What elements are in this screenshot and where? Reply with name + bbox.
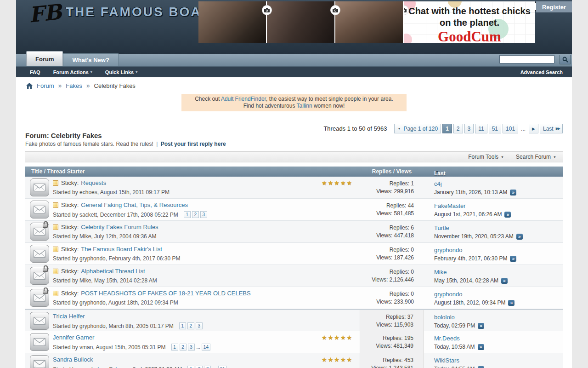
thread-page-button-1[interactable]: 1 bbox=[179, 322, 186, 329]
replies-count: Replies: 0 bbox=[360, 246, 414, 254]
tab-what-s-new-[interactable]: What's New? bbox=[63, 53, 118, 66]
search-forum-menu[interactable]: Search Forum▼ bbox=[516, 154, 556, 160]
notice-link-city[interactable]: Tallinn bbox=[297, 103, 312, 109]
thread-title-link[interactable]: The Famous Board Fakir's List bbox=[81, 246, 162, 253]
replies-count: Replies: 6 bbox=[360, 224, 414, 232]
breadcrumb-separator-icon: » bbox=[58, 82, 62, 89]
next-page-button[interactable]: ▶ bbox=[529, 124, 538, 133]
thread-page-button-1[interactable]: 1 bbox=[184, 211, 191, 218]
subnav-link-faq[interactable]: FAQ bbox=[30, 69, 40, 75]
replies-views-cell: Replies: 44 Views: 581,485 bbox=[360, 199, 424, 220]
tab-forum[interactable]: Forum bbox=[26, 51, 63, 66]
go-to-last-post-icon[interactable]: » bbox=[478, 344, 484, 350]
thread-title-cell: Sticky: Alphabetical Thread List Started… bbox=[53, 268, 342, 284]
last-post-date: Today, 02:59 PM bbox=[434, 322, 475, 329]
thread-page-button-3[interactable]: 3 bbox=[188, 344, 195, 351]
last-post-user-link[interactable]: WikiStars bbox=[434, 357, 459, 364]
forum-tools-menu[interactable]: Forum Tools▼ bbox=[468, 154, 504, 160]
go-to-last-post-icon[interactable]: » bbox=[501, 278, 508, 284]
thread-page-button-3[interactable]: 3 bbox=[204, 366, 211, 368]
thread-title-link[interactable]: Tricia Helfer bbox=[53, 313, 85, 320]
ad-brand-logo[interactable]: GoodCum bbox=[404, 29, 535, 43]
rating-stars-icon: ★★★★★ bbox=[322, 334, 353, 341]
ad-banner[interactable]: Chat with the hottest chicks on the plan… bbox=[198, 1, 535, 43]
go-to-last-post-icon[interactable]: » bbox=[478, 366, 484, 368]
last-post-user-link[interactable]: Mr.Deeds bbox=[434, 335, 460, 342]
thread-title-link[interactable]: Requests bbox=[81, 179, 106, 186]
rating-stars-icon: ★★★★★ bbox=[322, 356, 353, 363]
go-to-last-post-icon[interactable]: » bbox=[510, 256, 516, 262]
envelope-icon bbox=[30, 245, 49, 263]
last-page-button[interactable]: Last▶▶ bbox=[540, 124, 563, 133]
thread-page-button-2[interactable]: 2 bbox=[192, 211, 199, 218]
thread-page-button-2[interactable]: 2 bbox=[180, 344, 187, 351]
ad-headline-line2: on the planet. bbox=[404, 17, 535, 29]
page-button-2[interactable]: 2 bbox=[453, 124, 463, 133]
go-to-last-post-icon[interactable]: » bbox=[516, 234, 523, 240]
thread-starter-info: Started by wonderboy, February 2nd, 2007… bbox=[53, 366, 182, 368]
views-count: Views: 187,426 bbox=[360, 254, 414, 262]
go-to-last-post-icon[interactable]: » bbox=[508, 300, 514, 306]
thread-title-cell: Sticky: General Faking Chat, Tips, & Res… bbox=[53, 201, 342, 218]
thread-page-button-2[interactable]: 2 bbox=[187, 322, 194, 329]
thread-title-link[interactable]: Sandra Bullock bbox=[53, 356, 93, 363]
thread-page-button-14[interactable]: 14 bbox=[202, 344, 210, 351]
replies-count: Replies: 1 bbox=[360, 180, 414, 188]
sticky-prefix: Sticky: bbox=[61, 201, 79, 208]
thread-title-link[interactable]: Alphabetical Thread List bbox=[81, 268, 145, 275]
dropdown-arrow-icon: ▾ bbox=[90, 70, 92, 74]
dropdown-arrow-icon: ▾ bbox=[136, 70, 137, 74]
sticky-note-icon bbox=[53, 224, 58, 230]
go-to-last-post-icon[interactable]: » bbox=[510, 190, 516, 196]
replies-count: Replies: 44 bbox=[360, 202, 414, 210]
last-post-user-link[interactable]: FakeMaster bbox=[434, 202, 466, 209]
search-button[interactable] bbox=[560, 55, 571, 64]
thread-starter-info: Started by Mike, May 15th, 2014 02:28 AM bbox=[53, 277, 157, 284]
thread-page-button-31[interactable]: 31 bbox=[218, 366, 227, 368]
sticky-prefix: Sticky: bbox=[61, 268, 79, 275]
thread-page-button-1[interactable]: 1 bbox=[171, 344, 178, 351]
page-button-1[interactable]: 1 bbox=[442, 124, 452, 133]
subnav-link-quick-links[interactable]: Quick Links▾ bbox=[105, 69, 137, 75]
thread-page-button-3[interactable]: 3 bbox=[196, 322, 203, 329]
page-button-3[interactable]: 3 bbox=[464, 124, 474, 133]
page-button-51[interactable]: 51 bbox=[489, 124, 501, 133]
home-icon[interactable] bbox=[26, 83, 33, 89]
last-post-user-link[interactable]: gryphondo bbox=[434, 291, 462, 298]
go-to-last-post-icon[interactable]: » bbox=[504, 212, 511, 218]
last-post-user-link[interactable]: Mike bbox=[434, 269, 447, 276]
page-button-101[interactable]: 101 bbox=[503, 124, 518, 133]
table-row: Tricia Helfer Started by gryphondo, Marc… bbox=[25, 309, 563, 331]
notice-link-friendfinder[interactable]: Adult FriendFinder bbox=[221, 96, 266, 102]
table-row: Sticky: General Faking Chat, Tips, & Res… bbox=[25, 199, 563, 221]
subnav-link-forum-actions[interactable]: Forum Actions▾ bbox=[53, 69, 92, 75]
dropdown-arrow-icon: ▼ bbox=[501, 155, 504, 159]
search-input[interactable] bbox=[499, 55, 554, 63]
replies-views-cell: Replies: 0 Views: 187,426 bbox=[360, 243, 424, 264]
last-post-user-link[interactable]: gryphondo bbox=[434, 247, 462, 253]
thread-title-cell: Sticky: Requests Started by echoes, Augu… bbox=[53, 179, 342, 196]
page-button-11[interactable]: 11 bbox=[475, 124, 487, 133]
thread-page-button-2[interactable]: 2 bbox=[196, 366, 203, 368]
last-post-user-link[interactable]: c4j bbox=[434, 180, 442, 187]
go-to-last-post-icon[interactable]: » bbox=[478, 323, 484, 329]
thread-title-link[interactable]: POST HEADSHOTS OF FAKES OF 18-21 YEAR OL… bbox=[81, 290, 250, 297]
thread-page-button-1[interactable]: 1 bbox=[187, 366, 194, 368]
breadcrumb-fakes[interactable]: Fakes bbox=[66, 82, 82, 89]
thread-title-link[interactable]: General Faking Chat, Tips, & Resources bbox=[81, 201, 188, 208]
thread-title-link[interactable]: Celebrity Fakes Forum Rules bbox=[81, 224, 158, 230]
notice-text: Find hot adventurous bbox=[243, 103, 297, 109]
register-link[interactable]: Register bbox=[542, 4, 566, 11]
last-post-cell: FakeMaster August 1st, 2021, 06:26 AM» bbox=[424, 199, 563, 220]
advanced-search-link[interactable]: Advanced Search bbox=[520, 69, 563, 75]
thread-page-button-3[interactable]: 3 bbox=[200, 211, 207, 218]
last-post-user-link[interactable]: bolololo bbox=[434, 314, 455, 321]
last-post-user-link[interactable]: Turtle bbox=[434, 224, 449, 231]
post-first-reply-link[interactable]: Post your first reply here bbox=[161, 141, 226, 147]
forum-page: FB THE FAMOUS BOARD Register bbox=[0, 0, 588, 368]
site-logo[interactable]: FB bbox=[28, 0, 63, 28]
page-dropdown-button[interactable]: ▼Page 1 of 120 bbox=[394, 124, 441, 133]
breadcrumb-forum[interactable]: Forum bbox=[37, 82, 54, 89]
sticky-note-icon bbox=[53, 202, 58, 208]
thread-title-link[interactable]: Jennifer Garner bbox=[53, 334, 94, 341]
